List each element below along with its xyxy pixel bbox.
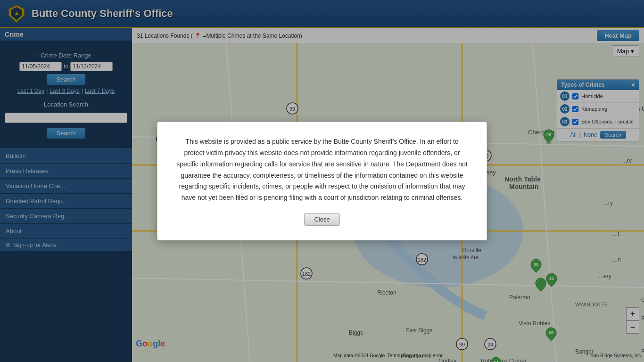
modal-dialog: This website is provided as a public ser… xyxy=(157,122,487,240)
modal-text: This website is provided as a public ser… xyxy=(176,136,468,204)
modal-overlay: This website is provided as a public ser… xyxy=(0,0,644,362)
modal-close-button[interactable]: Close xyxy=(304,213,339,226)
